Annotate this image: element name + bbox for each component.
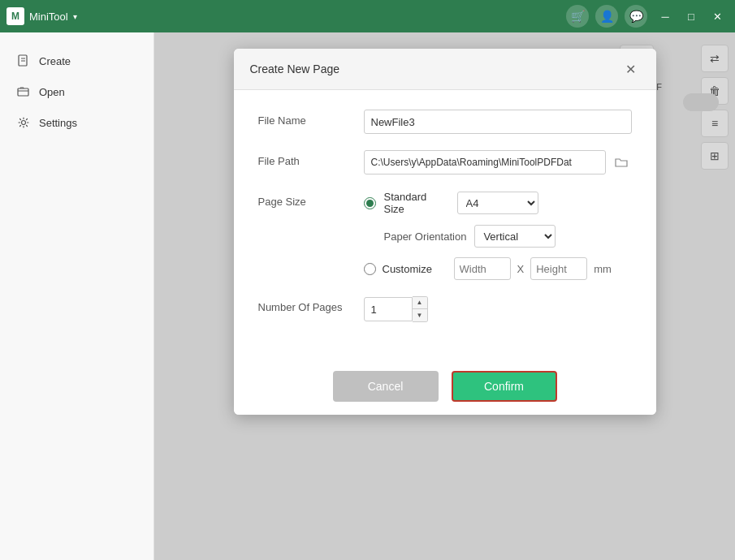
number-input-wrapper: ▲ ▼ — [364, 296, 632, 322]
dialog-body: File Name File Path — [234, 90, 656, 358]
spinner-up-button[interactable]: ▲ — [413, 297, 427, 309]
pages-control: ▲ ▼ — [364, 296, 632, 322]
file-path-input[interactable] — [364, 150, 606, 174]
pages-row: Number Of Pages ▲ ▼ — [258, 296, 632, 322]
title-bar-left: M MiniTool ▾ — [6, 7, 77, 25]
dialog-close-button[interactable]: ✕ — [622, 60, 640, 78]
page-size-label: Page Size — [258, 191, 364, 208]
standard-size-row: Standard Size A4 A3 A5 Letter Legal — [364, 191, 632, 215]
window-controls: ─ □ ✕ — [654, 5, 729, 28]
standard-size-radio[interactable] — [364, 197, 376, 209]
size-select[interactable]: A4 A3 A5 Letter Legal — [457, 192, 538, 214]
dialog-title: Create New Page — [250, 62, 340, 75]
content-area: ↓ mpress PDF ⇄ 🗑 ≡ ⊞ Create New Page ✕ — [154, 32, 735, 560]
maximize-button[interactable]: □ — [680, 5, 703, 28]
main-layout: Create Open Settings — [0, 32, 735, 560]
sidebar-item-create-label: Create — [39, 55, 71, 67]
open-icon — [16, 84, 31, 99]
file-path-row: File Path — [258, 150, 632, 174]
sidebar: Create Open Settings — [0, 32, 154, 560]
orientation-row: Paper Orientation Vertical Horizontal — [384, 225, 632, 248]
create-new-page-dialog: Create New Page ✕ File Name File Path — [234, 49, 656, 415]
pages-label: Number Of Pages — [258, 296, 364, 313]
customize-label: Customize — [383, 263, 447, 275]
sidebar-item-settings-label: Settings — [39, 117, 77, 129]
sidebar-item-create[interactable]: Create — [0, 45, 153, 76]
browse-folder-button[interactable] — [611, 152, 632, 173]
file-name-row: File Name — [258, 110, 632, 134]
spinner-buttons: ▲ ▼ — [413, 296, 428, 322]
x-separator: X — [517, 263, 525, 275]
pages-input[interactable] — [364, 297, 413, 321]
sidebar-item-settings[interactable]: Settings — [0, 107, 153, 138]
user-button[interactable]: 👤 — [595, 5, 618, 28]
height-input[interactable] — [530, 257, 587, 280]
sidebar-item-open-label: Open — [39, 86, 65, 98]
close-button[interactable]: ✕ — [706, 5, 729, 28]
page-size-section: Standard Size A4 A3 A5 Letter Legal — [364, 191, 632, 280]
file-path-label: File Path — [258, 150, 364, 167]
title-bar: M MiniTool ▾ 🛒 👤 💬 ─ □ ✕ — [0, 0, 735, 32]
file-path-control — [364, 150, 632, 174]
mm-label: mm — [594, 263, 612, 275]
create-icon — [16, 54, 31, 68]
dialog-footer: Cancel Confirm — [234, 358, 656, 415]
title-bar-right: 🛒 👤 💬 ─ □ ✕ — [566, 5, 729, 28]
confirm-button[interactable]: Confirm — [452, 371, 557, 402]
page-size-row: Page Size Standard Size A4 A3 — [258, 191, 632, 280]
dialog-header: Create New Page ✕ — [234, 49, 656, 90]
width-input[interactable] — [454, 257, 511, 280]
page-size-control: Standard Size A4 A3 A5 Letter Legal — [364, 191, 632, 280]
modal-overlay: Create New Page ✕ File Name File Path — [154, 32, 735, 560]
cancel-button[interactable]: Cancel — [333, 371, 439, 402]
app-title: MiniTool — [29, 11, 68, 23]
minimize-button[interactable]: ─ — [654, 5, 677, 28]
file-name-input[interactable] — [364, 110, 632, 134]
chat-button[interactable]: 💬 — [625, 5, 647, 28]
orientation-select[interactable]: Vertical Horizontal — [474, 225, 556, 248]
file-name-label: File Name — [258, 110, 364, 127]
app-logo: M — [6, 7, 24, 25]
settings-icon — [16, 115, 31, 130]
customize-row: Customize X mm — [364, 257, 632, 280]
store-button[interactable]: 🛒 — [566, 5, 589, 28]
svg-point-4 — [22, 121, 26, 125]
paper-orientation-label: Paper Orientation — [384, 230, 467, 243]
sidebar-item-open[interactable]: Open — [0, 76, 153, 107]
standard-size-label: Standard Size — [384, 191, 449, 215]
title-dropdown-icon[interactable]: ▾ — [73, 12, 77, 21]
file-name-control — [364, 110, 632, 134]
spinner-down-button[interactable]: ▼ — [413, 309, 427, 321]
svg-rect-3 — [18, 88, 28, 96]
customize-radio[interactable] — [364, 263, 376, 275]
file-path-inner — [364, 150, 632, 174]
